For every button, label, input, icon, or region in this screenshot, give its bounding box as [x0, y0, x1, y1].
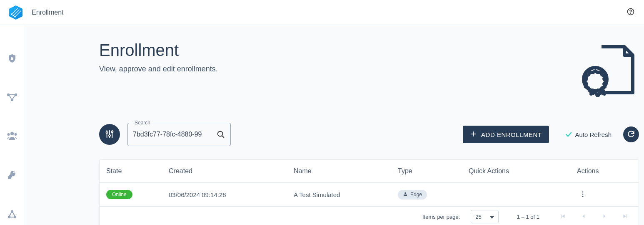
help-icon [627, 8, 635, 17]
search-input[interactable] [133, 131, 216, 138]
sidebar-item-security[interactable] [6, 53, 18, 65]
enrollment-table: State Created Name Type Quick Actions Ac… [99, 159, 639, 225]
svg-point-12 [10, 132, 14, 135]
column-name[interactable]: Name [287, 160, 391, 183]
sidebar [0, 25, 24, 225]
chevron-left-icon [580, 212, 587, 221]
cell-created: 03/06/2024 09:14:28 [162, 183, 287, 207]
search-field[interactable]: Search [127, 123, 231, 146]
table-header-row: State Created Name Type Quick Actions Ac… [100, 160, 639, 183]
paginator: Items per page: 25 1 – 1 of 1 [100, 207, 639, 225]
first-page-button[interactable] [558, 212, 568, 222]
svg-point-14 [14, 133, 17, 136]
svg-point-8 [630, 13, 631, 14]
page-subtitle: View, approve and edit enrollments. [99, 65, 218, 73]
search-icon [216, 130, 225, 139]
cell-quick-actions [462, 183, 570, 207]
column-state[interactable]: State [100, 160, 162, 183]
network-icon [7, 93, 17, 103]
last-page-icon [622, 212, 629, 221]
svg-point-13 [7, 133, 10, 136]
webhook-icon [7, 210, 17, 221]
svg-point-11 [10, 99, 13, 101]
last-page-button[interactable] [620, 212, 630, 222]
svg-point-23 [111, 131, 113, 132]
dropdown-icon [490, 214, 494, 220]
prev-page-button[interactable] [579, 212, 589, 222]
svg-point-31 [582, 193, 584, 195]
auto-refresh-toggle[interactable]: Auto Refresh [565, 131, 612, 138]
first-page-icon [559, 212, 567, 221]
toolbar: Search ADD ENROLLMENT Auto Refresh [99, 123, 639, 146]
svg-rect-28 [404, 195, 407, 196]
column-created[interactable]: Created [162, 160, 287, 183]
type-badge: Edge [398, 190, 427, 200]
search-label: Search [133, 120, 152, 126]
sidebar-item-keys[interactable] [6, 170, 18, 181]
help-button[interactable] [626, 8, 636, 18]
auto-refresh-label: Auto Refresh [575, 131, 612, 138]
type-badge-label: Edge [410, 192, 422, 197]
header-title: Enrollment [32, 9, 63, 16]
sidebar-item-network[interactable] [6, 93, 18, 103]
key-icon [7, 170, 17, 181]
svg-point-19 [106, 131, 108, 133]
svg-point-6 [15, 16, 15, 17]
table-row[interactable]: Online 03/06/2024 09:14:28 A Test Simula… [100, 183, 639, 207]
column-quick-actions: Quick Actions [462, 160, 570, 183]
add-enrollment-label: ADD ENROLLMENT [481, 131, 542, 138]
more-vert-icon [579, 190, 587, 199]
certificate-illustration-icon [582, 43, 636, 99]
check-icon [565, 131, 572, 138]
svg-marker-0 [9, 5, 22, 20]
svg-point-15 [7, 216, 10, 218]
sliders-icon [105, 129, 114, 140]
svg-point-4 [11, 13, 12, 14]
refresh-button[interactable] [623, 126, 639, 142]
sidebar-item-webhooks[interactable] [6, 210, 18, 221]
state-badge: Online [106, 190, 132, 199]
page-title: Enrollment [99, 41, 218, 60]
chevron-right-icon [601, 212, 608, 221]
svg-point-32 [582, 195, 584, 197]
users-icon [6, 131, 18, 142]
svg-line-25 [222, 136, 224, 137]
svg-point-5 [13, 15, 14, 15]
row-actions-button[interactable] [577, 189, 589, 200]
column-actions: Actions [570, 160, 639, 183]
add-enrollment-button[interactable]: ADD ENROLLMENT [463, 126, 549, 143]
items-per-page-label: Items per page: [422, 214, 460, 220]
svg-point-16 [13, 216, 16, 218]
next-page-button[interactable] [599, 212, 609, 222]
svg-point-21 [109, 134, 110, 136]
plus-icon [470, 131, 477, 139]
edge-icon [403, 192, 408, 198]
main-content: Enrollment View, approve and edit enroll… [24, 25, 644, 225]
top-header: Enrollment [0, 0, 644, 25]
refresh-icon [627, 130, 635, 139]
cell-name: A Test Simulated [287, 183, 391, 207]
filter-button[interactable] [99, 124, 120, 145]
page-range-label: 1 – 1 of 1 [517, 214, 539, 220]
shield-lock-icon [7, 53, 17, 65]
svg-point-17 [10, 210, 13, 213]
svg-rect-29 [405, 192, 406, 194]
items-per-page-value: 25 [475, 214, 481, 220]
column-type[interactable]: Type [391, 160, 462, 183]
svg-point-30 [582, 191, 584, 192]
items-per-page-select[interactable]: 25 [471, 210, 498, 223]
sidebar-item-users[interactable] [6, 131, 18, 142]
app-logo [8, 5, 23, 20]
